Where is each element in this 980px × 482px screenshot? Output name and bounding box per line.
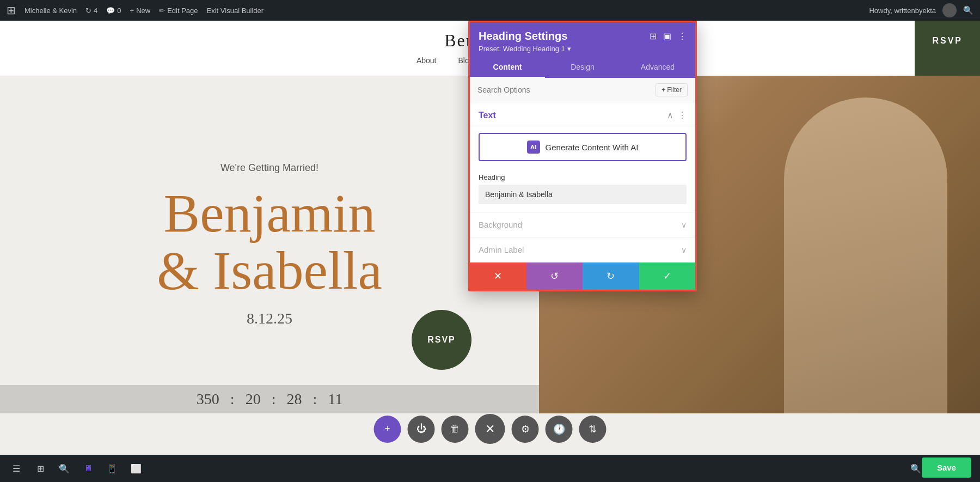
countdown-bar: 350 : 20 : 28 : 11: [0, 385, 539, 413]
panel-title: Heading Settings: [479, 30, 567, 42]
hero-date: 8.12.25: [247, 310, 292, 327]
admin-bar: ⊞ Michelle & Kevin ↻ 4 💬 0 + New ✏ Edit …: [0, 0, 980, 21]
panel-reset-button[interactable]: ↺: [526, 263, 583, 290]
section-collapse-icon[interactable]: ∧: [667, 110, 673, 120]
fab-add-button[interactable]: +: [374, 416, 401, 443]
tab-advanced[interactable]: Advanced: [620, 57, 695, 78]
toolbar-grid-icon[interactable]: ⊞: [33, 461, 48, 476]
panel-cancel-button[interactable]: ✕: [470, 263, 526, 290]
admin-bar-right: Howdy, writtenbyekta 🔍: [869, 3, 973, 17]
hero-subtitle: We're Getting Married!: [220, 162, 318, 174]
bottom-toolbar: ☰ ⊞ 🔍 🖥 📱 ⬜ 🔍 ⊞ ?: [0, 455, 980, 482]
heading-field-group: Heading: [470, 168, 695, 212]
panel-body: + Filter Text ∧ ⋮ AI Generate Content Wi…: [470, 78, 695, 262]
person-image: [784, 97, 947, 413]
hero-first-name: Benjamin: [164, 183, 376, 243]
page-wrapper: Ben & Izzy About Blog Contact Home RSVP …: [0, 21, 980, 482]
fab-power-button[interactable]: ⏻: [408, 416, 435, 443]
background-section[interactable]: Background ∨: [470, 212, 695, 237]
howdy-text: Howdy, writtenbyekta: [869, 7, 936, 15]
countdown-seconds: 11: [328, 391, 342, 408]
section-header-icons: ∧ ⋮: [667, 110, 687, 120]
exit-visual-builder-button[interactable]: Exit Visual Builder: [207, 7, 264, 15]
heading-settings-panel: Heading Settings ⊞ ▣ ⋮ Preset: Wedding H…: [468, 21, 697, 291]
comments-icon: 💬: [106, 7, 115, 15]
avatar: [942, 3, 957, 17]
text-section-title: Text: [479, 111, 496, 120]
panel-expand-icon[interactable]: ⊞: [650, 31, 657, 41]
countdown-sep3: :: [313, 391, 317, 408]
new-item-button[interactable]: + New: [130, 7, 151, 15]
fab-sliders-button[interactable]: ⇅: [579, 416, 607, 443]
edit-page-button[interactable]: ✏ Edit Page: [159, 7, 198, 15]
filter-button[interactable]: + Filter: [656, 83, 688, 96]
panel-tabs: Content Design Advanced: [470, 57, 695, 78]
admin-label-section[interactable]: Admin Label ∨: [470, 237, 695, 262]
save-button[interactable]: Save: [922, 457, 971, 478]
toolbar-right-search-icon[interactable]: 🔍: [908, 461, 923, 476]
site-name[interactable]: Michelle & Kevin: [24, 7, 77, 15]
panel-redo-button[interactable]: ↻: [583, 263, 639, 290]
comments-count[interactable]: 💬 0: [106, 7, 121, 15]
rsvp-header-button[interactable]: RSVP: [915, 21, 980, 76]
revisions-count[interactable]: ↻ 4: [85, 7, 97, 15]
toolbar-desktop-icon[interactable]: 🖥: [81, 461, 96, 476]
nav-about[interactable]: About: [416, 56, 437, 65]
pencil-icon: ✏: [159, 7, 165, 15]
heading-field-label: Heading: [479, 173, 687, 181]
countdown-days: 350: [197, 391, 219, 408]
hero-names: Benjamin & Isabella: [157, 185, 382, 299]
text-section-header: Text ∧ ⋮: [470, 102, 695, 126]
panel-collapse-icon[interactable]: ▣: [663, 31, 671, 41]
section-dots-icon[interactable]: ⋮: [678, 110, 687, 120]
tab-content[interactable]: Content: [470, 57, 545, 78]
tab-design[interactable]: Design: [545, 57, 620, 78]
revisions-icon: ↻: [85, 7, 91, 15]
panel-preset[interactable]: Preset: Wedding Heading 1 ▾: [479, 45, 687, 53]
search-options-input[interactable]: [477, 86, 651, 94]
admin-label-text: Admin Label: [479, 245, 524, 254]
panel-footer: ✕ ↺ ↻ ✓: [470, 262, 695, 290]
panel-more-icon[interactable]: ⋮: [678, 31, 687, 41]
admin-search-icon[interactable]: 🔍: [963, 5, 973, 15]
preset-chevron-icon: ▾: [567, 45, 571, 53]
generate-ai-button[interactable]: AI Generate Content With AI: [479, 133, 687, 161]
plus-icon: +: [130, 7, 134, 15]
fab-gear-button[interactable]: ⚙: [512, 416, 539, 443]
toolbar-menu-icon[interactable]: ☰: [9, 461, 24, 476]
fab-close-button[interactable]: ✕: [475, 414, 505, 444]
countdown-hours: 20: [246, 391, 261, 408]
ai-icon: AI: [527, 141, 540, 154]
rsvp-float-button[interactable]: RSVP: [412, 310, 471, 370]
toolbar-tablet-icon[interactable]: ⬜: [128, 461, 144, 476]
wp-logo-icon[interactable]: ⊞: [7, 4, 16, 17]
fab-container: + ⏻ 🗑 ✕ ⚙ 🕐 ⇅: [374, 414, 607, 444]
background-chevron-icon: ∨: [681, 221, 687, 229]
fab-clock-button[interactable]: 🕐: [546, 416, 573, 443]
panel-save-button[interactable]: ✓: [639, 263, 696, 290]
countdown-minutes: 28: [286, 391, 302, 408]
heading-field-input[interactable]: [479, 185, 687, 204]
panel-header: Heading Settings ⊞ ▣ ⋮ Preset: Wedding H…: [470, 22, 695, 57]
panel-search-bar: + Filter: [470, 78, 695, 102]
countdown-sep1: :: [230, 391, 235, 408]
background-label: Background: [479, 220, 522, 229]
admin-label-chevron-icon: ∨: [681, 246, 687, 254]
toolbar-search-icon[interactable]: 🔍: [57, 461, 72, 476]
countdown-sep2: :: [272, 391, 276, 408]
ai-button-label: Generate Content With AI: [546, 143, 639, 152]
toolbar-mobile-icon[interactable]: 📱: [105, 461, 120, 476]
fab-delete-button[interactable]: 🗑: [442, 416, 469, 443]
panel-header-icons: ⊞ ▣ ⋮: [650, 31, 687, 41]
hero-ampersand-name: & Isabella: [157, 240, 382, 301]
